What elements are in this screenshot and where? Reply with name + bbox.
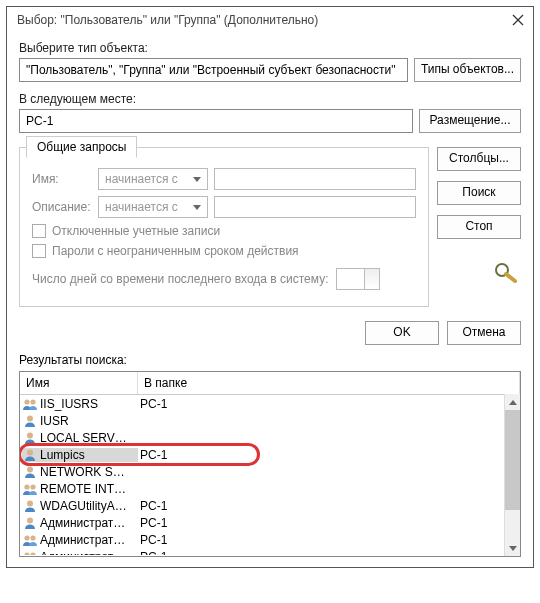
user-icon (22, 448, 38, 462)
list-item[interactable]: REMOTE INT… (20, 480, 520, 497)
group-icon (22, 397, 38, 411)
row-name: IIS_IUSRS (38, 397, 138, 411)
object-type-label: Выберите тип объекта: (19, 41, 521, 55)
no-expire-label: Пароли с неограниченным сроком действия (52, 244, 299, 258)
location-button[interactable]: Размещение... (419, 109, 521, 133)
list-item[interactable]: Администрат…PC-1 (20, 531, 520, 548)
group-icon (22, 482, 38, 496)
location-label: В следующем месте: (19, 92, 521, 106)
row-folder: PC-1 (138, 397, 518, 411)
row-folder: PC-1 (138, 516, 518, 530)
name-match-combo[interactable]: начинается с (98, 168, 208, 190)
columns-button[interactable]: Столбцы... (437, 147, 521, 171)
user-icon (22, 431, 38, 445)
group-icon (22, 533, 38, 547)
scroll-down-icon[interactable] (505, 540, 520, 556)
row-name: IUSR (38, 414, 138, 428)
row-name: Администрат… (38, 516, 138, 530)
list-item[interactable]: IUSR (20, 412, 520, 429)
scroll-thumb[interactable] (505, 410, 520, 510)
list-item[interactable]: IIS_IUSRSPC-1 (20, 395, 520, 412)
results-label: Результаты поиска: (19, 353, 521, 367)
description-input[interactable] (214, 196, 416, 218)
object-types-button[interactable]: Типы объектов... (414, 58, 521, 82)
list-item[interactable]: WDAGUtilityA…PC-1 (20, 497, 520, 514)
search-icon (491, 261, 521, 283)
row-name: Администрат… (38, 550, 138, 556)
days-since-logon-label: Число дней со времени последнего входа в… (32, 272, 328, 286)
svg-line-3 (506, 274, 515, 281)
row-name: NETWORK S… (38, 465, 138, 479)
row-folder: PC-1 (138, 448, 518, 462)
column-header-name[interactable]: Имя (20, 372, 138, 394)
row-name: Администрат… (38, 533, 138, 547)
row-name: LOCAL SERV… (38, 431, 138, 445)
location-field[interactable]: PC-1 (19, 109, 413, 133)
ok-button[interactable]: OK (365, 321, 439, 345)
name-input[interactable] (214, 168, 416, 190)
list-item[interactable]: LOCAL SERV… (20, 429, 520, 446)
user-icon (22, 516, 38, 530)
description-match-combo[interactable]: начинается с (98, 196, 208, 218)
row-name: REMOTE INT… (38, 482, 138, 496)
cancel-button[interactable]: Отмена (447, 321, 521, 345)
results-list: Имя В папке IIS_IUSRSPC-1IUSRLOCAL SERV…… (19, 371, 521, 557)
row-folder: PC-1 (138, 499, 518, 513)
window-title: Выбор: "Пользователь" или "Группа" (Допо… (17, 13, 318, 27)
close-icon[interactable] (511, 13, 525, 27)
user-icon (22, 465, 38, 479)
scroll-up-icon[interactable] (505, 394, 520, 410)
list-item[interactable]: Администрат…PC-1 (20, 514, 520, 531)
description-label: Описание: (32, 200, 92, 214)
row-name: Lumpics (38, 448, 138, 462)
group-icon (22, 550, 38, 556)
list-item[interactable]: LumpicsPC-1 (20, 446, 520, 463)
disabled-accounts-checkbox[interactable] (32, 224, 46, 238)
stop-button[interactable]: Стоп (437, 215, 521, 239)
row-folder: PC-1 (138, 533, 518, 547)
list-item[interactable]: Администрат…PC-1 (20, 548, 520, 555)
object-type-field[interactable]: "Пользователь", "Группа" или "Встроенный… (19, 58, 408, 82)
user-icon (22, 414, 38, 428)
common-queries-group: Общие запросы Имя: начинается с Описание… (19, 147, 429, 307)
titlebar: Выбор: "Пользователь" или "Группа" (Допо… (7, 7, 533, 35)
row-folder: PC-1 (138, 550, 518, 556)
find-button[interactable]: Поиск (437, 181, 521, 205)
name-label: Имя: (32, 172, 92, 186)
column-header-folder[interactable]: В папке (138, 372, 520, 394)
scrollbar[interactable] (504, 394, 520, 556)
no-expire-checkbox[interactable] (32, 244, 46, 258)
list-item[interactable]: NETWORK S… (20, 463, 520, 480)
user-icon (22, 499, 38, 513)
dialog-window: Выбор: "Пользователь" или "Группа" (Допо… (6, 6, 534, 568)
days-spinner[interactable] (336, 268, 380, 290)
tab-common-queries[interactable]: Общие запросы (26, 136, 137, 158)
disabled-accounts-label: Отключенные учетные записи (52, 224, 220, 238)
row-name: WDAGUtilityA… (38, 499, 138, 513)
